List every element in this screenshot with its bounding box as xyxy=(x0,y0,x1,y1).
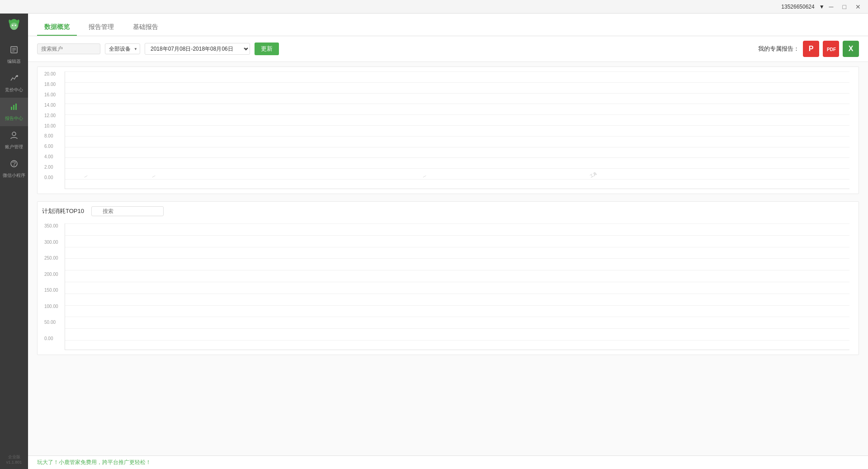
bar-group-18 xyxy=(679,178,710,180)
editor-icon xyxy=(9,45,19,57)
bar-group-7 xyxy=(565,339,632,341)
y-label: 300.00 xyxy=(44,240,58,245)
bar-group-9 xyxy=(374,178,405,180)
bar-group-3 xyxy=(171,178,202,180)
bar-group-3 xyxy=(282,339,349,341)
window-controls: ─ □ ✕ xyxy=(826,3,863,10)
bar-label-10: — xyxy=(422,174,427,179)
sidebar-item-miniapp[interactable]: 微信小程序 xyxy=(0,155,28,183)
svg-point-5 xyxy=(15,25,16,26)
chart2-search-input[interactable] xyxy=(91,206,164,216)
sidebar-bidding-label: 竞价中心 xyxy=(5,87,23,93)
bar-group-8 xyxy=(340,178,372,180)
y-label: 10.00 xyxy=(44,123,56,128)
tab-report-manage[interactable]: 报告管理 xyxy=(81,19,121,36)
y-label: 18.00 xyxy=(44,82,56,87)
bar-group-10 xyxy=(777,339,845,341)
close-button[interactable]: ✕ xyxy=(853,3,863,10)
bar-group-14 xyxy=(543,178,575,180)
bar-label-15: 工具 xyxy=(589,171,598,179)
bar-group-0 xyxy=(70,339,137,341)
svg-point-4 xyxy=(12,25,14,26)
y-label: 350.00 xyxy=(44,223,58,228)
bar-group-0: — xyxy=(70,174,101,180)
sidebar: 编辑器 竞价中心 报告中心 xyxy=(0,14,28,469)
bar-group-11 xyxy=(442,178,473,180)
top-nav: 数据概览 报告管理 基础报告 xyxy=(28,14,868,36)
bar-group-16 xyxy=(611,178,642,180)
sidebar-item-account[interactable]: 账户管理 xyxy=(0,126,28,155)
svg-text:PDF: PDF xyxy=(827,47,836,52)
sidebar-bottom: 企业版 v1.1.801 xyxy=(0,454,28,469)
bar-group-4 xyxy=(205,178,236,180)
chart1-section: 0.00 2.00 4.00 6.00 8.00 10.00 12.00 14.… xyxy=(37,66,859,194)
bidding-icon xyxy=(9,74,19,85)
chart2-section: 计划消耗TOP10 🔍 0.00 50.00 100.00 150.00 200… xyxy=(37,201,859,355)
bar-group-6 xyxy=(273,178,304,180)
bottom-bar[interactable]: 玩大了！小鹿管家免费用，跨平台推广更轻松！ xyxy=(28,455,868,469)
chart1-wrapper: 0.00 2.00 4.00 6.00 8.00 10.00 12.00 14.… xyxy=(65,71,849,189)
y-label: 50.00 xyxy=(44,320,58,325)
device-select-wrapper: 全部设备 PC 移动 xyxy=(105,43,140,54)
bar-group-8 xyxy=(636,339,703,341)
tab-overview[interactable]: 数据概览 xyxy=(37,19,77,36)
device-select[interactable]: 全部设备 PC 移动 xyxy=(105,43,140,54)
chart2-y-axis: 0.00 50.00 100.00 150.00 200.00 250.00 3… xyxy=(44,223,58,341)
y-label: 2.00 xyxy=(44,165,56,170)
sidebar-item-editor[interactable]: 编辑器 xyxy=(0,41,28,69)
y-label: 200.00 xyxy=(44,272,58,277)
bar-group-13 xyxy=(509,178,541,180)
sidebar-item-bidding[interactable]: 竞价中心 xyxy=(0,69,28,98)
svg-rect-12 xyxy=(13,105,14,110)
y-label: 0.00 xyxy=(44,175,56,180)
bar-group-4 xyxy=(353,339,420,341)
chart2-title: 计划消耗TOP10 xyxy=(42,207,84,215)
report-icon xyxy=(9,102,19,114)
refresh-button[interactable]: 更新 xyxy=(255,43,279,55)
svg-point-14 xyxy=(12,132,16,136)
chart1-y-axis: 0.00 2.00 4.00 6.00 8.00 10.00 12.00 14.… xyxy=(44,71,56,180)
bar-group-22 xyxy=(814,178,845,180)
y-label: 100.00 xyxy=(44,304,58,309)
content-area: 数据概览 报告管理 基础报告 全部设备 PC 移动 2018年07月08日-20… xyxy=(28,14,868,469)
tab-basic-report[interactable]: 基础报告 xyxy=(126,19,165,36)
y-label: 14.00 xyxy=(44,103,56,108)
bar-label-2: — xyxy=(151,174,156,179)
account-dropdown[interactable]: ▼ xyxy=(819,4,825,10)
sidebar-report-label: 报告中心 xyxy=(5,115,23,122)
account-icon xyxy=(9,131,19,142)
bar-group-10: — xyxy=(408,174,439,180)
sidebar-editor-label: 编辑器 xyxy=(7,58,21,65)
bar-group-17 xyxy=(645,178,676,180)
bar-group-6 xyxy=(494,339,562,341)
sidebar-item-report[interactable]: 报告中心 xyxy=(0,98,28,126)
date-select[interactable]: 2018年07月08日-2018年08月06日 xyxy=(145,43,250,55)
bar-group-2: — xyxy=(137,174,169,180)
date-select-wrapper: 2018年07月08日-2018年08月06日 xyxy=(145,43,250,55)
bar-group-1 xyxy=(104,178,135,180)
chart2-search-wrapper: 🔍 xyxy=(91,206,164,216)
toolbar: 全部设备 PC 移动 2018年07月08日-2018年08月06日 更新 我的… xyxy=(28,36,868,62)
main-layout: 编辑器 竞价中心 报告中心 xyxy=(0,14,868,469)
sidebar-version-number: v1.1.801 xyxy=(6,460,22,464)
pdf-icon: PDF xyxy=(826,43,836,54)
account-label: 13526650624 xyxy=(781,4,814,10)
svg-point-16 xyxy=(14,165,14,166)
svg-point-10 xyxy=(16,75,18,77)
bar-group-2 xyxy=(211,339,279,341)
search-input[interactable] xyxy=(37,43,100,54)
excel-export-button[interactable]: X xyxy=(843,41,859,57)
miniapp-icon xyxy=(9,159,19,171)
minimize-button[interactable]: ─ xyxy=(826,3,836,10)
chart2-bar-chart xyxy=(65,223,849,350)
restore-button[interactable]: □ xyxy=(840,3,849,10)
y-label: 12.00 xyxy=(44,113,56,118)
y-label: 20.00 xyxy=(44,71,56,76)
svg-rect-11 xyxy=(11,107,12,110)
ppt-export-button[interactable]: P xyxy=(803,41,819,57)
pdf-export-button[interactable]: PDF xyxy=(823,41,839,57)
y-label: 8.00 xyxy=(44,133,56,138)
report-section: 我的专属报告： P PDF X xyxy=(758,41,859,57)
chart2-wrapper: 0.00 50.00 100.00 150.00 200.00 250.00 3… xyxy=(65,223,849,350)
bar-group-5 xyxy=(239,178,270,180)
